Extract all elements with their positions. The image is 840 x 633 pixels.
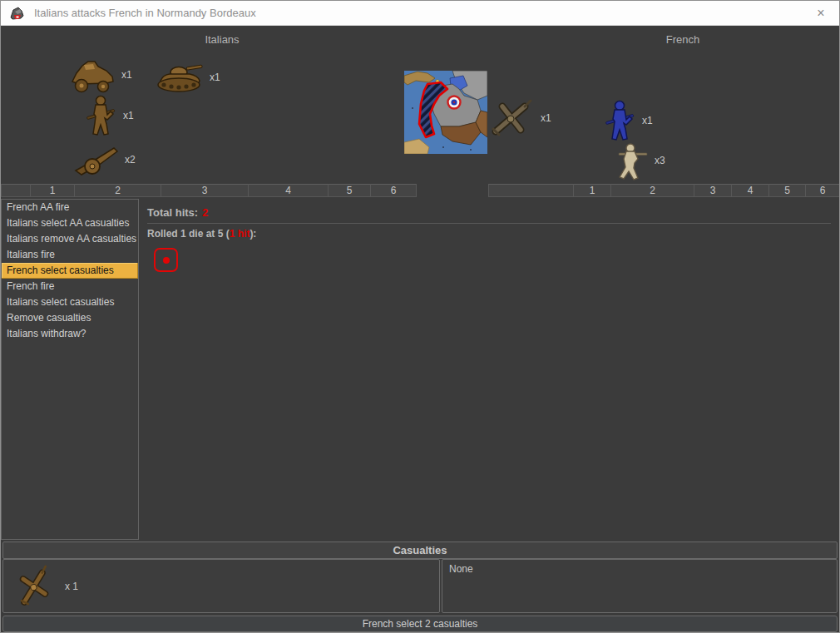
dice-cell: 2 [610,184,694,197]
dice-cell: 2 [74,184,161,197]
divider [147,223,831,224]
window-title: Italians attacks French in Normandy Bord… [34,7,256,19]
step-item: Italians select casualties [2,294,138,310]
roll-result-line: Rolled 1 die at 5 (1 hit): [147,228,831,240]
casualties-left-panel: x 1 [2,559,440,613]
total-hits-value: 2 [202,206,208,219]
dice-cell: 4 [731,184,769,197]
unit-count: x1 [210,72,220,83]
step-item: Italians remove AA casualties [2,231,138,247]
app-icon [7,6,27,21]
dice-cell-blank [488,184,574,197]
dice-cell: 3 [161,184,249,197]
step-item: French fire [2,279,138,294]
dice-cell: 4 [248,184,329,197]
step-item: Remove casualties [2,310,138,326]
casualties-header: Casualties [2,542,838,559]
artillery-icon [71,144,119,176]
total-hits-label: Total hits: [147,206,198,219]
unit-infantry-italian: x1 [84,94,134,137]
dice-results-panel: Total hits:2 Rolled 1 die at 5 (1 hit): [139,199,839,540]
attacker-name: Italians [205,33,239,46]
casualty-count: x 1 [65,581,78,592]
casualty-fighter-icon[interactable] [7,560,60,612]
units-panel: Italians French x1 [1,26,839,184]
dice-cell: 3 [694,184,732,197]
dice-cell-blank [1,184,31,197]
dice-cell: 6 [370,184,417,197]
dice-cell: 1 [573,184,611,197]
step-item: Italians select AA casualties [2,215,138,231]
step-item: Italians fire [2,247,138,263]
unit-infantry-tan: x3 [612,141,665,181]
dice-cell: 5 [768,184,806,197]
unit-count: x2 [125,154,136,166]
close-icon[interactable]: × [803,1,839,25]
battle-map [404,71,487,154]
infantry-icon [84,94,117,137]
unit-count: x1 [123,110,134,121]
unit-count: x3 [655,155,665,166]
total-hits-line: Total hits:2 [147,206,831,219]
unit-infantry-french: x1 [603,99,653,142]
infantry-tan-icon [612,141,649,181]
fighter-icon [488,96,535,141]
step-item: Italians withdraw? [2,326,138,342]
defender-name: French [666,33,699,46]
dice-cell: 1 [30,184,75,197]
infantry-blue-icon [603,99,636,142]
casualties-right-panel: None [442,559,838,613]
die-pip [163,257,170,264]
step-item: French AA fire [2,200,138,215]
unit-count: x1 [121,69,132,81]
die-icon [154,248,178,272]
unit-armored-car: x1 [69,56,132,94]
unit-artillery: x2 [71,144,136,176]
unit-count: x1 [642,115,653,126]
unit-fighter: x1 [488,96,551,141]
roll-text: Rolled 1 die at 5 ( [147,228,230,240]
tank-icon [156,62,204,92]
battle-window: Italians attacks French in Normandy Bord… [0,0,840,633]
roll-hit-text: 1 hit [230,228,250,240]
armored-car-icon [69,56,116,94]
step-item-active: French select casualties [2,263,138,279]
status-bar: French select 2 casualties [2,616,838,632]
roll-text-suffix: ): [250,228,256,240]
dice-cell: 6 [805,184,840,197]
casualties-none-text: None [449,563,473,575]
battle-steps-list: French AA fire Italians select AA casual… [1,199,139,540]
unit-count: x1 [541,112,551,124]
dice-cell: 5 [328,184,371,197]
unit-tank: x1 [156,62,220,92]
dice-scale-row: 1 2 3 4 5 6 1 2 3 4 5 6 [1,184,839,198]
titlebar: Italians attacks French in Normandy Bord… [1,1,839,26]
